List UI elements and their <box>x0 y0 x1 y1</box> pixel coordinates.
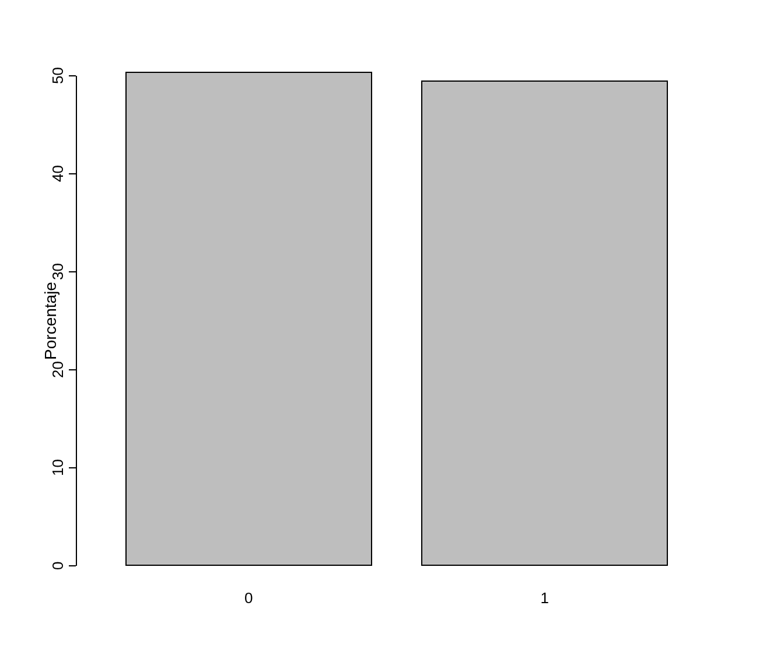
y-tick-label: 40 <box>49 163 65 184</box>
y-tick-label: 0 <box>49 555 65 576</box>
x-tick-label: 1 <box>541 589 549 607</box>
x-tick-label: 0 <box>244 589 253 607</box>
chart-container: Porcentaje 01020304050 01 <box>0 0 784 672</box>
bar <box>125 72 372 566</box>
y-tick <box>69 565 76 566</box>
y-tick <box>69 75 76 76</box>
plot-area <box>76 76 718 566</box>
y-tick-label: 20 <box>49 359 65 380</box>
y-tick <box>69 271 76 272</box>
y-tick <box>69 369 76 370</box>
bar <box>421 80 668 566</box>
y-tick <box>69 467 76 468</box>
y-axis-label: Porcentaje <box>41 282 60 360</box>
y-tick-label: 50 <box>49 65 65 86</box>
y-tick <box>69 173 76 174</box>
y-tick-label: 30 <box>49 261 65 282</box>
y-tick-label: 10 <box>49 457 65 478</box>
